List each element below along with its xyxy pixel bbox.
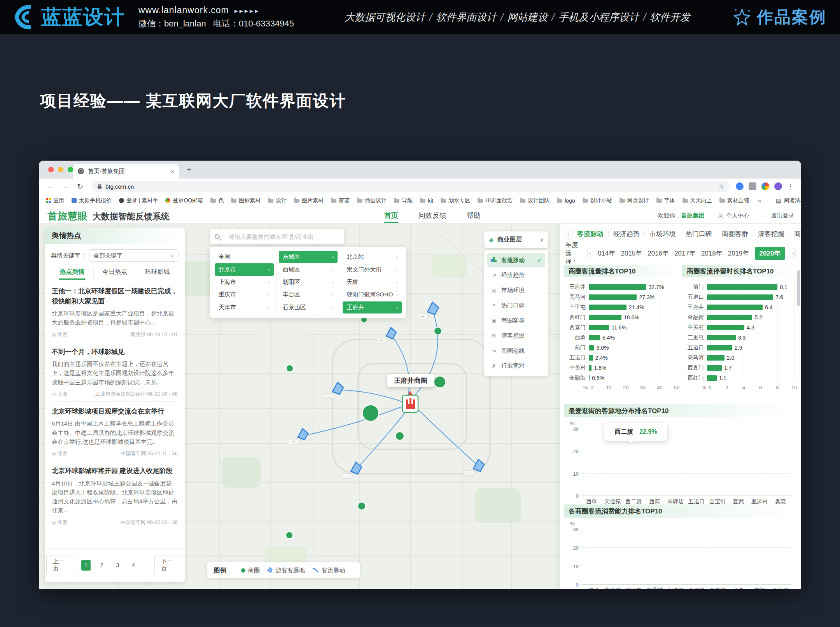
- scrollbar-thumb[interactable]: [797, 270, 800, 306]
- insight-tab[interactable]: 市场环境: [649, 229, 676, 238]
- bookmark-item[interactable]: 设计团队: [520, 197, 550, 204]
- news-item[interactable]: 不到一个月，环球影城见我们的主题乐园不仅差在主题上，还差在运营上，这是蓝裕文化主…: [51, 342, 178, 402]
- cascader-item[interactable]: 北京市›: [215, 263, 274, 275]
- sync-icon[interactable]: [761, 182, 769, 190]
- cascader-item[interactable]: 全国: [215, 251, 274, 263]
- news-item[interactable]: 北京环球影城即将开园 建设进入收尾阶段4月10日，北京环球影城主题公园及一些配套…: [51, 461, 178, 530]
- back-icon[interactable]: ←: [47, 182, 54, 191]
- cascader-item[interactable]: 东城区›: [279, 251, 338, 263]
- cascader-item[interactable]: 石景山区›: [279, 301, 338, 314]
- news-item[interactable]: 北京环球影城项目观摩交流会在京举行6月14日,由中国土木工程学会总工程师工作委员…: [51, 402, 178, 461]
- news-title[interactable]: 北京环球影城即将开园 建设进入收尾阶段: [52, 466, 178, 476]
- cascader-item[interactable]: 丰台区›: [279, 289, 338, 301]
- bookmark-item[interactable]: 太原手机报价: [72, 197, 112, 204]
- sentiment-tab[interactable]: 环球影城: [136, 268, 178, 280]
- browser-extension-icon[interactable]: [736, 182, 744, 190]
- cascader-item[interactable]: 朝阳区›: [279, 276, 338, 288]
- sentiment-tab[interactable]: 今日热点: [93, 268, 136, 280]
- search-input[interactable]: [228, 233, 340, 240]
- cascader-item[interactable]: 崇文门外大街›: [343, 263, 402, 275]
- window-controls[interactable]: [48, 167, 73, 172]
- cascader-item[interactable]: 上海市›: [215, 276, 274, 288]
- bookmark-item[interactable]: 划水专区: [441, 197, 470, 204]
- page-number[interactable]: 2: [97, 560, 107, 571]
- map-search-box[interactable]: [210, 229, 344, 244]
- year-option[interactable]: 014年: [598, 249, 615, 258]
- bookmark-item[interactable]: 天天向上: [682, 197, 712, 204]
- cascader-item[interactable]: 王府井›: [343, 301, 402, 314]
- app-nav-active[interactable]: 首页: [384, 207, 398, 224]
- page-number[interactable]: 4: [129, 560, 138, 571]
- cascader-item[interactable]: 天津市›: [215, 301, 274, 314]
- bookmark-item[interactable]: 图标素材: [231, 197, 261, 204]
- insight-tab[interactable]: 经济趋势: [613, 229, 640, 238]
- insight-tab[interactable]: 热门口碑: [686, 229, 712, 238]
- news-item[interactable]: 王他一：北京环球度假区一期建设已完成，很快能和大家见面北京环球度假区是国家重大产…: [51, 282, 178, 342]
- address-bar[interactable]: btg.com.cn ☆: [92, 181, 730, 192]
- new-tab-button[interactable]: +: [187, 165, 191, 173]
- layer-menu-header[interactable]: ◈ 商业图层 ∨: [484, 231, 548, 248]
- insight-tab[interactable]: 潜客挖掘: [758, 229, 784, 238]
- news-title[interactable]: 北京环球影城项目观摩交流会在京举行: [52, 406, 178, 417]
- center-area-label[interactable]: 王府井商圈: [387, 374, 434, 387]
- year-option[interactable]: 2018年: [701, 249, 723, 258]
- bookmark-item[interactable]: logo: [557, 198, 575, 204]
- close-window-button[interactable]: [48, 167, 54, 172]
- insight-tab[interactable]: 客流脉动: [577, 229, 604, 238]
- year-option[interactable]: 2020年: [755, 247, 786, 260]
- browser-menu-icon[interactable]: ⋮: [787, 182, 794, 191]
- bookmark-item[interactable]: 设计: [268, 197, 287, 204]
- bookmark-star-icon[interactable]: ☆: [718, 182, 724, 191]
- year-option[interactable]: 2019年: [728, 249, 749, 258]
- bookmark-item[interactable]: 素材压缩: [719, 197, 749, 204]
- forward-icon[interactable]: →: [62, 182, 69, 191]
- keyword-select[interactable]: 全部关键字 ∨: [89, 249, 178, 262]
- layer-item[interactable]: ↝商圈动线: [487, 344, 545, 358]
- insight-tab[interactable]: 商圈客群: [722, 229, 748, 238]
- year-option[interactable]: 2017年: [674, 249, 696, 258]
- layer-item[interactable]: ❝热门口碑: [487, 299, 545, 313]
- bookmarks-overflow-icon[interactable]: »: [758, 197, 761, 204]
- bookmark-item[interactable]: UI界面欣赏: [478, 197, 513, 204]
- tabs-scroll-left-icon[interactable]: ‹: [564, 229, 572, 239]
- layer-item[interactable]: 客流脉动✓: [487, 253, 545, 267]
- url-text[interactable]: btg.com.cn: [105, 183, 715, 190]
- logout-link[interactable]: 退出登录: [763, 212, 794, 219]
- bookmark-item[interactable]: 设计小站: [583, 197, 612, 204]
- tab-close-icon[interactable]: ×: [171, 168, 174, 175]
- news-title[interactable]: 不到一个月，环球影城见: [52, 347, 178, 357]
- browser-tab[interactable]: 首页-首旅集团 ×: [73, 164, 179, 179]
- cascader-item[interactable]: 重庆市›: [215, 289, 274, 301]
- bookmark-item[interactable]: 应用: [46, 197, 64, 204]
- news-title[interactable]: 王他一：北京环球度假区一期建设已完成，很快能和大家见面: [52, 286, 178, 306]
- layer-item[interactable]: ✗行业竞对: [487, 359, 545, 373]
- bookmark-item[interactable]: 蓝蓝: [331, 197, 350, 204]
- layer-item[interactable]: ◉商圈客群: [487, 314, 545, 328]
- year-option[interactable]: 2016年: [648, 249, 669, 258]
- cascader-item[interactable]: 西城区›: [279, 263, 338, 275]
- year-option[interactable]: 2015年: [621, 249, 642, 258]
- cascader-item[interactable]: 天桥›: [343, 276, 402, 288]
- page-number[interactable]: 3: [113, 560, 122, 571]
- page-number[interactable]: 1: [81, 560, 91, 571]
- layer-item[interactable]: ↗经济趋势: [487, 268, 545, 282]
- next-page-button[interactable]: 下一页: [154, 555, 183, 575]
- bookmark-item[interactable]: 登录QQ邮箱: [165, 197, 203, 204]
- reading-list-button[interactable]: ▤阅读清单: [776, 197, 801, 204]
- insight-tab[interactable]: 商: [794, 229, 801, 238]
- sentiment-tab[interactable]: 热点舆情: [51, 268, 93, 280]
- cascader-item[interactable]: 朝阳门银河SOHO›: [343, 289, 402, 301]
- avatar[interactable]: [774, 182, 782, 190]
- cascader-item[interactable]: 北京站›: [343, 251, 402, 263]
- prev-page-button[interactable]: 上一页: [46, 555, 75, 575]
- layer-item[interactable]: ⚙潜客挖掘: [487, 329, 545, 343]
- bookmark-item[interactable]: 导航: [394, 197, 413, 204]
- layer-item[interactable]: ◎市场环境: [487, 284, 545, 298]
- app-nav-item[interactable]: 问效反馈: [418, 207, 446, 224]
- bookmark-item[interactable]: 网页设计: [620, 197, 649, 204]
- bookmark-item[interactable]: 登录 | 素材牛: [119, 197, 158, 204]
- app-nav-item[interactable]: 帮助: [467, 207, 481, 224]
- bookmark-item[interactable]: kit: [420, 198, 433, 204]
- year-prev-icon[interactable]: ‹: [587, 249, 592, 258]
- bookmark-item[interactable]: 字体: [656, 197, 675, 204]
